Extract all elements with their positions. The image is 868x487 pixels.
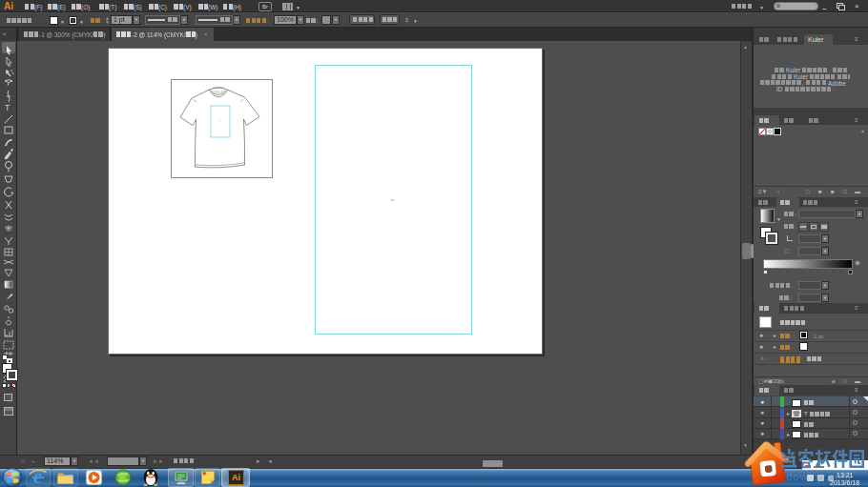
svg-text:T: T bbox=[5, 103, 10, 112]
